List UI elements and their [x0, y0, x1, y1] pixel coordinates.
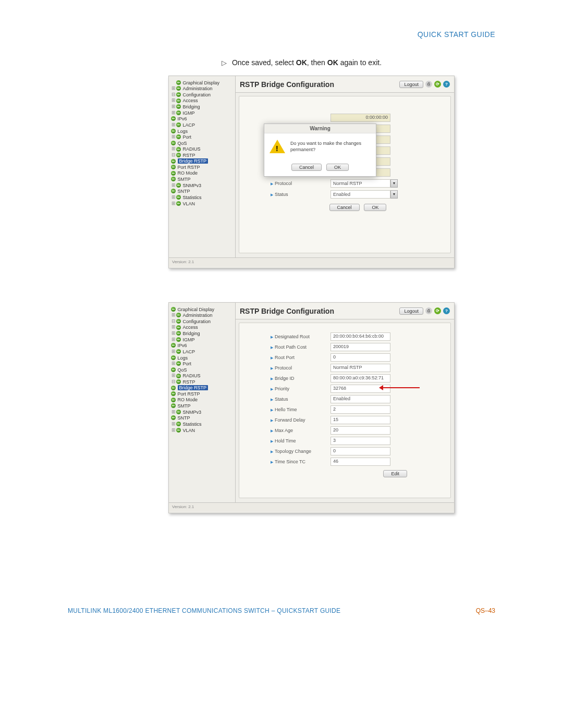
cancel-button[interactable]: Cancel: [329, 204, 360, 211]
form-row: ▶ProtocolNormal RSTP: [271, 363, 445, 373]
tree-graphical-display[interactable]: Graphical Display: [183, 80, 220, 85]
tree-logs[interactable]: Logs: [178, 355, 188, 360]
expand-icon[interactable]: ⊞: [171, 122, 176, 127]
edit-button[interactable]: Edit: [383, 470, 407, 477]
tree-ipv6[interactable]: IPv6: [178, 116, 187, 121]
expand-icon[interactable]: ⊞: [171, 104, 176, 109]
tree-port[interactable]: Port: [183, 361, 192, 366]
expand-icon[interactable]: ⊞: [171, 312, 176, 317]
node-icon: [171, 343, 176, 348]
print-icon[interactable]: ⎙: [425, 81, 432, 88]
refresh-icon[interactable]: ⟳: [434, 81, 441, 88]
expand-icon[interactable]: ⊞: [171, 349, 176, 354]
tree-port[interactable]: Port: [183, 134, 192, 140]
expand-icon[interactable]: ⊞: [171, 182, 176, 188]
node-icon: [176, 98, 181, 103]
print-icon[interactable]: ⎙: [425, 307, 432, 314]
tree-configuration[interactable]: Configuration: [183, 318, 211, 324]
expand-icon[interactable]: ⊞: [171, 134, 176, 139]
tree-access[interactable]: Access: [183, 98, 198, 103]
tree-sntp[interactable]: SNTP: [178, 189, 190, 194]
tree-ro-mode[interactable]: RO Mode: [178, 397, 198, 402]
expand-icon[interactable]: ⊞: [171, 361, 176, 366]
tree-sntp[interactable]: SNTP: [178, 415, 190, 421]
tree-qos[interactable]: QoS: [178, 140, 187, 145]
tree-administration[interactable]: Administration: [183, 86, 213, 91]
collapse-icon[interactable]: ⊟: [171, 318, 176, 324]
logout-button[interactable]: Logout: [399, 81, 423, 88]
refresh-icon[interactable]: ⟳: [434, 307, 441, 314]
tree-rstp[interactable]: RSTP: [183, 379, 195, 385]
tree-smtp[interactable]: SMTP: [178, 403, 191, 409]
label-protocol: ▶Protocol: [271, 181, 331, 186]
dialog-cancel-button[interactable]: Cancel: [291, 164, 322, 171]
tree-statistics[interactable]: Statistics: [183, 195, 202, 200]
node-icon: [176, 147, 181, 152]
tree-qos[interactable]: QoS: [178, 367, 187, 372]
expand-icon[interactable]: ⊞: [171, 324, 176, 329]
tree-radius[interactable]: RADIUS: [183, 146, 201, 152]
node-icon: [176, 104, 181, 109]
expand-icon[interactable]: ⊞: [171, 421, 176, 426]
tree-bridge-rstp-selected[interactable]: Bridge RSTP: [178, 385, 209, 390]
tree-configuration[interactable]: Configuration: [183, 92, 211, 97]
tree-logs[interactable]: Logs: [178, 128, 188, 133]
form-row: ▶Root Port0: [271, 352, 445, 363]
expand-icon[interactable]: ⊞: [171, 337, 176, 342]
expand-icon[interactable]: ⊞: [171, 201, 176, 206]
expand-icon[interactable]: ⊞: [171, 427, 176, 433]
form-label: ▶Forward Delay: [271, 417, 331, 423]
collapse-icon[interactable]: ⊟: [171, 379, 176, 384]
tree-vlan[interactable]: VLAN: [183, 201, 195, 206]
collapse-icon[interactable]: ⊟: [171, 152, 176, 157]
help-icon[interactable]: ?: [443, 81, 450, 88]
tree-administration[interactable]: Administration: [183, 313, 213, 318]
instruction-text: ▷ Once saved, select OK, then OK again t…: [222, 58, 382, 67]
node-icon: [176, 153, 181, 157]
select-protocol[interactable]: Normal RSTP▼: [331, 179, 390, 188]
tree-rstp[interactable]: RSTP: [183, 153, 195, 158]
tree-port-rstp[interactable]: Port RSTP: [178, 391, 200, 396]
tree-radius[interactable]: RADIUS: [183, 373, 201, 378]
tree-graphical-display[interactable]: Graphical Display: [178, 306, 215, 312]
tree-snmpv3[interactable]: SNMPv3: [183, 182, 202, 188]
node-icon: [176, 92, 181, 97]
expand-icon[interactable]: ⊞: [171, 330, 176, 336]
ok-button[interactable]: OK: [364, 204, 386, 211]
tree-lacp[interactable]: LACP: [183, 122, 195, 128]
tree-access[interactable]: Access: [183, 325, 198, 330]
tree-igmp[interactable]: IGMP: [183, 110, 195, 115]
expand-icon[interactable]: ⊞: [171, 373, 176, 378]
tree-lacp[interactable]: LACP: [183, 349, 195, 354]
expand-icon[interactable]: ⊞: [171, 97, 176, 103]
form-row: ▶StatusEnabled: [271, 394, 445, 404]
form-value: 20: [331, 426, 390, 435]
node-icon: [171, 391, 176, 396]
node-icon: [171, 159, 176, 164]
expand-icon[interactable]: ⊞: [171, 194, 176, 200]
screenshot-rstp-details: Graphical Display ⊞ Administration ⊟ Con…: [168, 302, 455, 513]
expand-icon[interactable]: ⊞: [171, 146, 176, 151]
tree-snmpv3[interactable]: SNMPv3: [183, 409, 202, 414]
select-status[interactable]: Enabled▼: [331, 190, 390, 199]
tree-bridging[interactable]: Bridging: [183, 331, 200, 336]
chevron-down-icon[interactable]: ▼: [390, 190, 398, 199]
tree-statistics[interactable]: Statistics: [183, 422, 202, 427]
chevron-down-icon[interactable]: ▼: [390, 179, 398, 188]
expand-icon[interactable]: ⊞: [171, 85, 176, 91]
expand-icon[interactable]: ⊞: [171, 110, 176, 115]
tree-bridging[interactable]: Bridging: [183, 104, 200, 109]
tree-smtp[interactable]: SMTP: [178, 177, 191, 182]
node-icon: [176, 331, 181, 336]
dialog-ok-button[interactable]: OK: [326, 164, 349, 171]
tree-port-rstp[interactable]: Port RSTP: [178, 164, 200, 169]
collapse-icon[interactable]: ⊟: [171, 92, 176, 97]
tree-vlan[interactable]: VLAN: [183, 427, 195, 433]
help-icon[interactable]: ?: [443, 307, 450, 314]
logout-button[interactable]: Logout: [399, 307, 423, 315]
tree-bridge-rstp-selected[interactable]: Bridge RSTP: [178, 158, 209, 164]
tree-ipv6[interactable]: IPv6: [178, 343, 187, 348]
tree-ro-mode[interactable]: RO Mode: [178, 170, 198, 176]
expand-icon[interactable]: ⊞: [171, 409, 176, 414]
tree-igmp[interactable]: IGMP: [183, 337, 195, 342]
